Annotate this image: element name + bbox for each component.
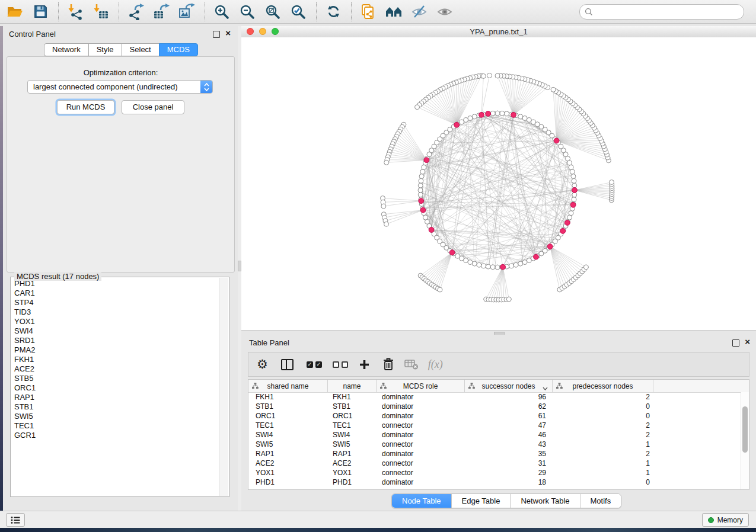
table-cell[interactable]: TEC1	[248, 421, 328, 430]
table-row[interactable]: FKH1FKH1dominator962	[248, 392, 741, 402]
mcds-result-item[interactable]: SWI4	[14, 326, 219, 336]
table-cell[interactable]: dominator	[377, 478, 465, 486]
column-header-name[interactable]: name	[328, 380, 377, 392]
table-cell[interactable]: dominator	[377, 450, 465, 458]
mcds-result-item[interactable]: STB5	[14, 374, 219, 383]
table-cell[interactable]: 61	[465, 412, 553, 420]
table-row[interactable]: RAP1RAP1dominator352	[248, 449, 741, 459]
tab-motifs[interactable]: Motifs	[580, 494, 621, 508]
new-network-from-selection-icon[interactable]	[358, 2, 378, 22]
table-cell[interactable]: YOX1	[328, 469, 377, 477]
table-row[interactable]: STB1STB1dominator620	[248, 402, 741, 411]
open-session-icon[interactable]	[5, 2, 25, 22]
table-cell[interactable]: dominator	[377, 431, 465, 439]
table-cell[interactable]: 1	[553, 440, 653, 448]
table-cell[interactable]: 0	[553, 478, 653, 486]
mcds-list-scrollbar[interactable]	[219, 278, 228, 496]
table-cell[interactable]: 43	[465, 440, 553, 448]
refresh-layout-icon[interactable]	[323, 2, 343, 22]
table-cell[interactable]: PHD1	[328, 478, 377, 486]
table-cell[interactable]: 46	[465, 431, 553, 439]
table-row[interactable]: SWI5SWI5connector431	[248, 440, 741, 449]
table-cell[interactable]: 0	[553, 412, 653, 420]
table-cell[interactable]: dominator	[377, 412, 465, 420]
tab-style[interactable]: Style	[88, 43, 122, 56]
table-cell[interactable]: dominator	[377, 402, 465, 411]
table-scrollbar[interactable]	[741, 392, 749, 489]
table-cell[interactable]: 1	[553, 459, 653, 467]
mcds-result-list[interactable]: PHD1CAR1STP4TID3YOX1SWI4SRD1PMA2FKH1ACE2…	[11, 279, 219, 496]
import-table-icon[interactable]	[91, 2, 111, 22]
control-panel-close-icon[interactable]: ×	[225, 28, 231, 39]
table-scrollbar-thumb[interactable]	[742, 406, 748, 453]
zoom-in-icon[interactable]	[212, 2, 232, 22]
table-cell[interactable]: 35	[465, 450, 553, 458]
mcds-result-item[interactable]: FKH1	[14, 355, 219, 364]
table-cell[interactable]: ACE2	[248, 459, 328, 467]
network-window-titlebar[interactable]: YPA_prune.txt_1	[241, 26, 756, 38]
mcds-result-item[interactable]: SRD1	[14, 336, 219, 345]
table-row[interactable]: PHD1PHD1dominator180	[248, 477, 741, 487]
mcds-result-item[interactable]: STB1	[14, 402, 219, 412]
mcds-result-item[interactable]: YOX1	[14, 317, 219, 326]
column-header-shared-name[interactable]: shared name	[248, 380, 328, 392]
table-cell[interactable]: STB1	[328, 402, 377, 411]
table-cell[interactable]: 31	[465, 459, 553, 467]
table-cell[interactable]: connector	[377, 459, 465, 467]
select-all-checkboxes-icon[interactable]: ✓✓	[307, 355, 322, 373]
table-cell[interactable]: ORC1	[328, 412, 377, 420]
import-network-icon[interactable]	[65, 2, 85, 22]
mcds-result-item[interactable]: TID3	[14, 307, 219, 317]
table-cell[interactable]: 2	[553, 431, 653, 439]
table-cell[interactable]: STB1	[248, 402, 328, 411]
tab-network[interactable]: Network	[44, 43, 89, 56]
tab-network-table[interactable]: Network Table	[511, 494, 580, 508]
deselect-all-checkboxes-icon[interactable]	[333, 355, 348, 373]
zoom-fit-icon[interactable]	[263, 2, 283, 22]
table-cell[interactable]: ORC1	[248, 412, 328, 420]
table-cell[interactable]: SWI5	[248, 440, 328, 448]
export-image-icon[interactable]	[177, 2, 197, 22]
first-neighbors-icon[interactable]	[384, 2, 404, 22]
table-cell[interactable]: 1	[553, 469, 653, 477]
memory-button[interactable]: Memory	[702, 513, 749, 527]
table-cell[interactable]: PHD1	[248, 478, 328, 486]
table-cell[interactable]: YOX1	[248, 469, 328, 477]
table-cell[interactable]: connector	[377, 421, 465, 430]
search-input[interactable]	[596, 6, 744, 18]
show-columns-icon[interactable]	[281, 355, 294, 373]
table-cell[interactable]: 29	[465, 469, 553, 477]
hide-selected-eye-slash-icon[interactable]	[409, 2, 429, 22]
table-cell[interactable]: 96	[465, 393, 553, 401]
table-panel-close-icon[interactable]: ×	[745, 336, 750, 347]
control-panel-float-icon[interactable]	[213, 31, 220, 38]
task-history-button[interactable]	[6, 513, 25, 527]
table-cell[interactable]: ACE2	[328, 459, 377, 467]
mcds-result-item[interactable]: STP4	[14, 298, 219, 307]
table-cell[interactable]: 2	[553, 450, 653, 458]
tab-mcds[interactable]: MCDS	[159, 43, 198, 56]
table-cell[interactable]: FKH1	[328, 393, 377, 401]
table-panel-float-icon[interactable]	[732, 339, 739, 347]
mcds-result-item[interactable]: RAP1	[14, 393, 219, 402]
mcds-result-item[interactable]: CAR1	[14, 289, 219, 298]
save-session-icon[interactable]	[30, 2, 50, 22]
column-header-successor-nodes[interactable]: successor nodes	[465, 380, 553, 392]
table-cell[interactable]: 0	[553, 402, 653, 411]
table-cell[interactable]: SWI4	[248, 431, 328, 439]
table-row[interactable]: ACE2ACE2connector311	[248, 459, 741, 468]
zoom-selected-icon[interactable]	[288, 2, 308, 22]
mcds-result-item[interactable]: PMA2	[14, 345, 219, 355]
column-header-predecessor-nodes[interactable]: predecessor nodes	[553, 380, 653, 392]
table-cell[interactable]: FKH1	[248, 393, 328, 401]
tab-node-table[interactable]: Node Table	[392, 494, 452, 508]
table-row[interactable]: TEC1TEC1connector472	[248, 421, 741, 430]
mcds-result-item[interactable]: ACE2	[14, 364, 219, 374]
column-settings-gear-icon[interactable]: ⚙	[257, 355, 268, 373]
add-column-icon[interactable]	[359, 355, 370, 373]
zoom-out-icon[interactable]	[237, 2, 257, 22]
table-cell[interactable]: 2	[553, 421, 653, 430]
table-cell[interactable]: TEC1	[328, 421, 377, 430]
table-cell[interactable]: 18	[465, 478, 553, 486]
table-cell[interactable]: connector	[377, 440, 465, 448]
